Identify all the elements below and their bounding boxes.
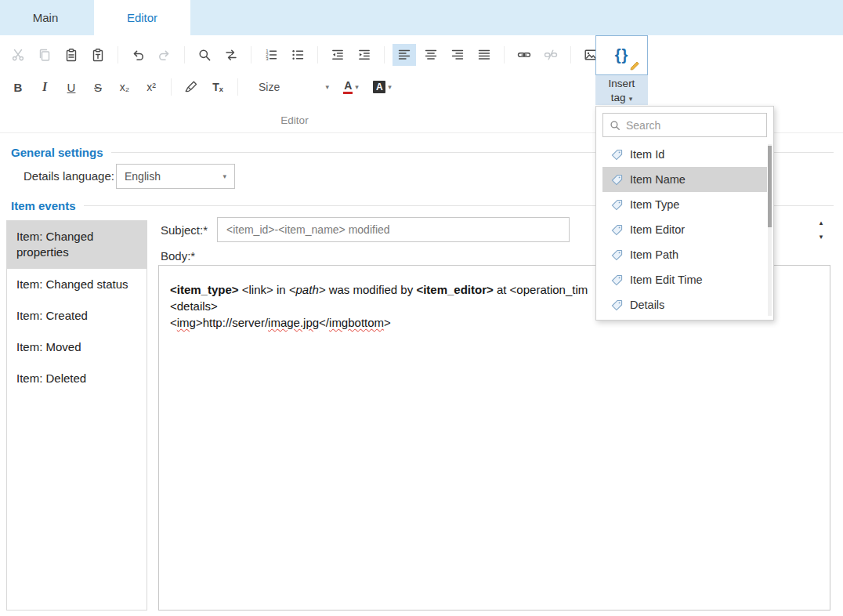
paste-plain-text-icon [91, 48, 105, 62]
menu-item-label: Item Name [630, 173, 686, 186]
menu-scrollbar-thumb[interactable] [768, 146, 772, 227]
text-color-icon: A [343, 80, 353, 94]
svg-text:3: 3 [266, 56, 269, 61]
undo-button[interactable] [126, 44, 150, 66]
menu-item-item-name[interactable]: Item Name [602, 167, 767, 192]
menu-item-label: Item Type [630, 198, 679, 211]
menu-item-item-type[interactable]: Item Type [602, 192, 767, 217]
menu-search-input[interactable] [626, 119, 760, 132]
chevron-down-icon: ▾ [223, 172, 226, 180]
event-item-changed-status[interactable]: Item: Changed status [7, 269, 147, 300]
tab-editor[interactable]: Editor [94, 0, 190, 35]
menu-item-label: Item Editor [630, 223, 685, 236]
increase-indent-icon [357, 48, 371, 62]
chevron-down-icon: ▾ [629, 95, 633, 103]
body-text-segment: < [170, 316, 177, 329]
event-list: Item: Changed properties Item: Changed s… [6, 220, 147, 611]
toolbar-separator [179, 45, 190, 65]
justify-button[interactable] [472, 44, 496, 66]
unlink-icon [544, 48, 558, 62]
bulleted-list-icon [291, 48, 305, 62]
cut-icon [11, 48, 25, 62]
background-color-button[interactable]: A ▾ [368, 76, 396, 98]
tag-icon [611, 249, 623, 261]
toolbar-separator [499, 45, 509, 65]
subscript-icon: x₂ [120, 81, 129, 93]
increase-indent-button[interactable] [353, 44, 376, 66]
chevron-down-icon: ▾ [325, 83, 329, 91]
font-size-label: Size [259, 81, 280, 93]
tab-main[interactable]: Main [16, 0, 75, 35]
body-text-segment: >http://server/ [196, 316, 268, 329]
copy-button[interactable] [33, 44, 56, 66]
text-color-button[interactable]: A ▾ [337, 76, 365, 98]
tab-bar: Main Editor [0, 0, 843, 35]
details-language-value: English [125, 170, 161, 183]
search-icon [610, 120, 620, 131]
toolbar-separator [233, 77, 243, 97]
menu-item-details[interactable]: Details [602, 292, 767, 317]
menu-scrollbar[interactable] [768, 144, 772, 316]
pencil-icon [629, 59, 642, 71]
decrease-indent-button[interactable] [326, 44, 349, 66]
toolbar-row-2: B I U S x₂ x² Tₓ Size ▾ A ▾ A ▾ [6, 76, 396, 98]
underline-button[interactable]: U [60, 76, 83, 98]
strikethrough-button[interactable]: S [86, 76, 110, 98]
background-color-icon: A [373, 81, 385, 93]
paste-plain-text-button[interactable] [86, 44, 110, 66]
spinner-down-icon[interactable]: ▾ [819, 234, 823, 241]
bold-icon: B [14, 81, 23, 94]
menu-item-label: Item Id [630, 148, 664, 161]
bulleted-list-button[interactable] [286, 44, 309, 66]
toolbar-separator [379, 45, 389, 65]
numbered-list-button[interactable]: 123 [259, 44, 283, 66]
event-item-changed-properties[interactable]: Item: Changed properties [7, 221, 147, 269]
subscript-button[interactable]: x₂ [113, 76, 136, 98]
braces-icon: {} [615, 46, 629, 64]
toolbar-separator [313, 45, 323, 65]
spinner-up-icon[interactable]: ▴ [819, 219, 823, 226]
subject-label: Subject:* [161, 223, 208, 237]
strikethrough-icon: S [94, 81, 102, 94]
details-language-select[interactable]: English ▾ [116, 164, 235, 189]
paste-button[interactable] [60, 44, 83, 66]
redo-icon [157, 48, 172, 62]
bold-button[interactable]: B [6, 76, 30, 98]
menu-item-label: Details [630, 299, 664, 311]
align-center-button[interactable] [419, 44, 443, 66]
chevron-down-icon: ▾ [388, 83, 392, 91]
insert-tag-label-area: Insert tag▾ [595, 75, 648, 105]
remove-format-button[interactable]: Tₓ [206, 76, 230, 98]
subject-input[interactable] [217, 217, 570, 242]
event-item-created[interactable]: Item: Created [7, 300, 147, 332]
insert-tag-button[interactable]: {} Insert tag▾ [595, 35, 648, 105]
cut-button[interactable] [6, 44, 30, 66]
superscript-button[interactable]: x² [139, 76, 163, 98]
number-stepper[interactable]: ▴ ▾ [815, 219, 827, 241]
align-left-button[interactable] [393, 44, 416, 66]
remove-link-button[interactable] [539, 44, 563, 66]
menu-search[interactable] [602, 113, 767, 137]
toolbar-separator [166, 77, 176, 97]
italic-button[interactable]: I [33, 76, 56, 98]
event-item-deleted[interactable]: Item: Deleted [7, 363, 147, 394]
find-button[interactable] [193, 44, 216, 66]
menu-item-item-path[interactable]: Item Path [602, 242, 767, 267]
redo-button[interactable] [153, 44, 176, 66]
remove-format-icon: Tₓ [212, 81, 223, 93]
misspelled-word: img [177, 316, 196, 329]
copy-formatting-button[interactable] [179, 76, 203, 98]
tag-icon [611, 174, 623, 186]
align-right-button[interactable] [446, 44, 469, 66]
replace-button[interactable] [219, 44, 243, 66]
event-item-moved[interactable]: Item: Moved [7, 332, 147, 363]
insert-link-button[interactable] [512, 44, 536, 66]
font-size-select[interactable]: Size ▾ [254, 76, 334, 98]
menu-item-item-id[interactable]: Item Id [602, 142, 767, 167]
menu-item-item-edit-time[interactable]: Item Edit Time [602, 267, 767, 292]
insert-tag-menu: Item Id Item Name Item Type Item Editor … [595, 106, 774, 321]
menu-item-label: Item Path [630, 248, 678, 261]
body-text-segment: <item_editor> [416, 283, 493, 296]
menu-item-item-editor[interactable]: Item Editor [602, 217, 767, 242]
tag-icon [611, 149, 623, 161]
